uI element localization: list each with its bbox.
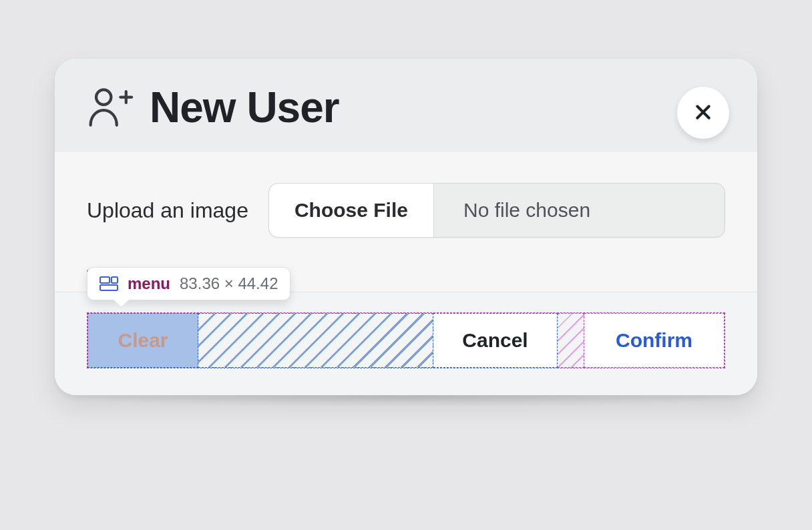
- svg-rect-5: [100, 277, 110, 283]
- dialog-header: New User: [55, 59, 757, 152]
- flex-layout-icon: [99, 276, 118, 291]
- flex-spacer: [198, 313, 433, 368]
- flex-gap: [558, 313, 584, 368]
- confirm-button[interactable]: Confirm: [584, 313, 725, 368]
- tooltip-element-tag: menu: [128, 274, 170, 293]
- svg-rect-7: [100, 285, 118, 290]
- upload-row: Upload an image Choose File No file chos…: [87, 183, 725, 238]
- new-user-dialog: New User Upload an image Choose File No …: [55, 59, 757, 395]
- dialog-title: New User: [150, 83, 339, 132]
- action-bar: Clear Cancel Confirm: [87, 312, 725, 368]
- close-icon: [693, 102, 713, 124]
- file-status-text: No file chosen: [434, 184, 725, 237]
- file-picker: Choose File No file chosen: [268, 183, 725, 238]
- clear-button[interactable]: Clear: [87, 313, 198, 368]
- choose-file-button[interactable]: Choose File: [269, 184, 434, 237]
- close-button[interactable]: [677, 87, 729, 139]
- svg-point-0: [96, 89, 111, 104]
- upload-label: Upload an image: [87, 198, 248, 223]
- user-plus-icon: [87, 85, 134, 129]
- svg-rect-6: [112, 277, 118, 283]
- cancel-button[interactable]: Cancel: [433, 313, 558, 368]
- dialog-footer: menu 83.36 × 44.42 Clear Cancel Confirm: [55, 292, 757, 395]
- devtools-tooltip: menu 83.36 × 44.42: [87, 267, 290, 300]
- tooltip-dimensions: 83.36 × 44.42: [180, 274, 278, 293]
